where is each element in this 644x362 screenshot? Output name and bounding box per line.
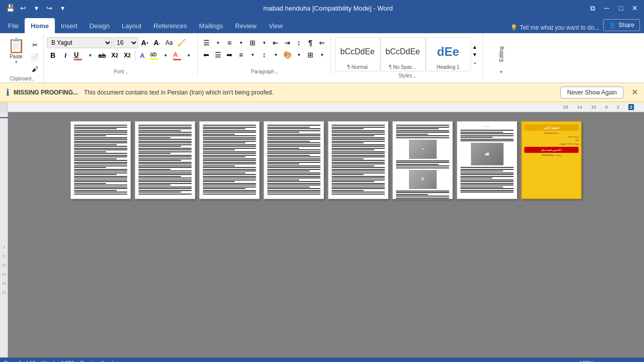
styles-dialog-launcher[interactable]: ⌟	[413, 73, 415, 78]
ruler-num-10: 10	[591, 105, 596, 110]
page-8-content: تحقیق آنلاین Tahghighonline.ir ورودی دان…	[522, 122, 581, 198]
clear-formatting-button[interactable]: 🧹	[176, 37, 187, 48]
justify-dropdown[interactable]: ▾	[247, 49, 258, 60]
clipboard-dialog-launcher[interactable]: ⌟	[32, 76, 34, 81]
paragraph-dialog-launcher[interactable]: ⌟	[275, 69, 277, 74]
page-6-text: 🏠 🏗	[396, 125, 449, 199]
copy-button[interactable]: 📄	[29, 51, 40, 62]
underline-dropdown[interactable]: ▾	[85, 50, 96, 61]
editing-dropdown[interactable]: ▾	[500, 69, 503, 74]
ribbon-group-clipboard: 📋 Paste ▾ ✂ 📄 🖌 Clipboard ⌟	[2, 35, 44, 82]
close-button[interactable]: ✕	[630, 3, 640, 13]
change-case-button[interactable]: Aa	[164, 37, 175, 48]
font-name-select[interactable]: B Yagut	[47, 37, 112, 48]
style-heading1[interactable]: dEe Heading 1	[426, 37, 471, 71]
font-color-button[interactable]: A	[172, 50, 183, 61]
justify-button[interactable]: ≡	[235, 49, 247, 60]
style-normal[interactable]: bCcDdEe ¶ Normal	[335, 37, 380, 71]
page-thumb-5[interactable]	[328, 121, 388, 199]
text-highlight-color-button[interactable]: ab	[148, 50, 159, 61]
decrease-indent-button[interactable]: ⇤	[270, 37, 281, 48]
cut-button[interactable]: ✂	[29, 39, 40, 50]
numbering-button[interactable]: ≡	[224, 37, 235, 48]
tab-file[interactable]: File	[2, 18, 25, 33]
page-thumb-6[interactable]: 🏠 🏗	[392, 121, 453, 199]
styles-more[interactable]: ⌄	[471, 58, 479, 65]
numbering-dropdown[interactable]: ▾	[235, 37, 247, 48]
page-thumb-4[interactable]	[264, 121, 324, 199]
tab-design[interactable]: Design	[84, 18, 116, 33]
underline-button[interactable]: U	[72, 49, 84, 61]
decrease-font-button[interactable]: A-	[151, 37, 163, 48]
notification-close-button[interactable]: ✕	[631, 87, 638, 97]
rtl-button[interactable]: ⇐	[316, 37, 328, 48]
undo-dropdown[interactable]: ▾	[30, 2, 42, 14]
paragraph-row-2: ⬅ ☰ ➡ ≡ ▾ ↕ ▾ 🎨 ▾ ⊞ ▾	[201, 49, 328, 60]
tab-layout[interactable]: Layout	[116, 18, 147, 33]
bold-button[interactable]: B	[47, 49, 59, 61]
sort-button[interactable]: ↕	[293, 37, 304, 48]
tab-review[interactable]: Review	[229, 18, 263, 33]
tab-home[interactable]: Home	[25, 18, 55, 33]
show-paragraph-button[interactable]: ¶	[305, 37, 316, 48]
paragraph-row-1: ☰ ▾ ≡ ▾ ⊞ ▾ ⇤ ⇥ ↕ ¶ ⇐	[201, 37, 328, 48]
italic-button[interactable]: I	[59, 49, 71, 61]
undo-button[interactable]: ↩	[17, 2, 29, 14]
maximize-button[interactable]: □	[616, 3, 626, 13]
customize-qat-button[interactable]: ▾	[56, 2, 68, 14]
align-right-button[interactable]: ➡	[224, 49, 235, 60]
shading-button[interactable]: 🎨	[282, 49, 293, 60]
format-painter-button[interactable]: 🖌	[29, 63, 40, 74]
paste-dropdown-arrow[interactable]: ▾	[15, 59, 18, 64]
tab-mailings[interactable]: Mailings	[193, 18, 229, 33]
tell-me-input[interactable]: 💡 Tell me what you want to do...	[506, 22, 603, 33]
increase-font-button[interactable]: A+	[139, 37, 150, 48]
style-heading1-label: Heading 1	[437, 64, 460, 70]
vertical-ruler: 2 6 10 14 18 22	[0, 112, 8, 357]
bullets-dropdown[interactable]: ▾	[212, 37, 223, 48]
borders-dropdown[interactable]: ▾	[316, 49, 328, 60]
multilevel-button[interactable]: ⊞	[247, 37, 258, 48]
style-no-spacing[interactable]: bCcDdEe ¶ No Spac...	[380, 37, 426, 71]
borders-button[interactable]: ⊞	[305, 49, 316, 60]
paste-button[interactable]: 📋 Paste ▾	[4, 37, 28, 64]
minimize-button[interactable]: ─	[602, 3, 612, 13]
restore-button[interactable]: ⧉	[588, 3, 598, 13]
line-spacing-button[interactable]: ↕	[259, 49, 270, 60]
subscript-button[interactable]: X2	[109, 49, 121, 61]
bullets-button[interactable]: ☰	[201, 37, 212, 48]
font-dialog-launcher[interactable]: ⌟	[125, 69, 127, 74]
align-center-button[interactable]: ☰	[212, 49, 223, 60]
never-show-again-button[interactable]: Never Show Again	[560, 86, 623, 99]
page-thumb-2[interactable]	[135, 121, 195, 199]
page-thumb-8[interactable]: تحقیق آنلاین Tahghighonline.ir ورودی دان…	[521, 121, 582, 199]
increase-indent-button[interactable]: ⇥	[282, 37, 293, 48]
page-thumb-1[interactable]	[70, 121, 131, 199]
page-5-content	[329, 122, 388, 199]
redo-button[interactable]: ↪	[43, 2, 55, 14]
ruler-numbers: 18 14 10 6 2 2	[8, 102, 644, 112]
user-icon: 👤	[609, 22, 616, 29]
ruler-corner	[0, 102, 8, 112]
share-button[interactable]: 👤 Share	[603, 19, 640, 31]
font-color-dropdown[interactable]: ▾	[183, 50, 194, 61]
superscript-button[interactable]: X2	[121, 49, 133, 61]
page-thumb-3[interactable]	[199, 121, 260, 199]
style-nospace-text: bCcDdEe	[385, 47, 420, 56]
shading-dropdown[interactable]: ▾	[293, 49, 304, 60]
editing-button[interactable]: Editing ▾	[486, 37, 516, 76]
strikethrough-button[interactable]: ab	[96, 49, 108, 61]
styles-scroll-down[interactable]: ▼	[471, 51, 479, 58]
tab-insert[interactable]: Insert	[55, 18, 84, 33]
font-size-select[interactable]: 16	[113, 37, 138, 48]
line-spacing-dropdown[interactable]: ▾	[270, 49, 281, 60]
highlight-dropdown[interactable]: ▾	[160, 50, 171, 61]
align-left-button[interactable]: ⬅	[201, 49, 212, 60]
text-effects-button[interactable]: A	[137, 50, 148, 61]
save-button[interactable]: 💾	[4, 2, 16, 14]
styles-scroll-up[interactable]: ▲	[471, 43, 479, 50]
tab-view[interactable]: View	[263, 18, 289, 33]
multilevel-dropdown[interactable]: ▾	[259, 37, 270, 48]
page-thumb-7[interactable]: - - - 🏙	[457, 121, 517, 199]
tab-references[interactable]: References	[147, 18, 193, 33]
